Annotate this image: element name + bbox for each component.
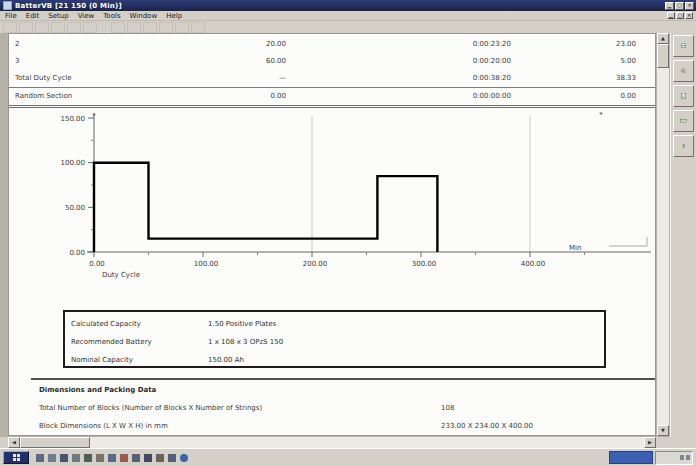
quicklaunch-icon[interactable] bbox=[155, 452, 165, 463]
text-t-icon[interactable]: T bbox=[191, 22, 205, 33]
windows-flag-icon bbox=[13, 454, 20, 461]
quicklaunch-icon[interactable] bbox=[95, 452, 105, 463]
mdi-close-icon[interactable]: ✕ bbox=[685, 12, 693, 19]
window-title: BatterVB [21 150 (0 Min)] bbox=[15, 2, 122, 10]
window-controls: ▁ ▢ ✕ bbox=[665, 2, 696, 10]
mdi-window-controls: ▁ ▢ ✕ bbox=[667, 12, 696, 19]
duration-value: 0:00:23:20 bbox=[286, 36, 511, 53]
dimension-label: Block Dimensions (L X W X H) in mm bbox=[39, 422, 441, 430]
quicklaunch-icon[interactable] bbox=[131, 452, 141, 463]
start-button[interactable] bbox=[3, 451, 29, 464]
section-divider bbox=[31, 378, 655, 380]
copy-icon[interactable] bbox=[83, 22, 97, 33]
print-icon[interactable] bbox=[51, 22, 65, 33]
quicklaunch-icon[interactable] bbox=[179, 452, 189, 463]
system-tray[interactable] bbox=[655, 451, 693, 465]
quicklaunch-icon[interactable] bbox=[143, 452, 153, 463]
dimension-value: 233.00 X 234.00 X 400.00 bbox=[441, 422, 651, 430]
table-icon[interactable] bbox=[143, 22, 157, 33]
load-value: 0.00 bbox=[165, 88, 286, 105]
period-label: 3 bbox=[9, 53, 165, 70]
quicklaunch-icon[interactable] bbox=[59, 452, 69, 463]
menu-item[interactable]: Setup bbox=[48, 12, 68, 20]
result-value: 150.00 Ah bbox=[208, 351, 604, 369]
quicklaunch-icon[interactable] bbox=[83, 452, 93, 463]
quicklaunch-icon[interactable] bbox=[71, 452, 81, 463]
workarea: 2 20.00 0:00:23:20 23.00 3 60.00 0:00:20… bbox=[0, 33, 696, 437]
menu-item[interactable]: Window bbox=[130, 12, 158, 20]
chart-icon[interactable] bbox=[127, 22, 141, 33]
vertical-scrollbar-thumb[interactable] bbox=[657, 44, 669, 68]
new-icon[interactable] bbox=[3, 22, 17, 33]
menu-item[interactable]: Help bbox=[166, 12, 182, 20]
magnifier-icon[interactable] bbox=[673, 60, 694, 82]
horizontal-scrollbar-thumb[interactable] bbox=[20, 437, 90, 448]
scroll-down-icon[interactable]: ▼ bbox=[657, 425, 669, 436]
mdi-restore-icon[interactable]: ▢ bbox=[676, 12, 684, 19]
quicklaunch-icon[interactable] bbox=[119, 452, 129, 463]
menu-item[interactable]: File bbox=[5, 12, 17, 20]
svg-text:400.00: 400.00 bbox=[521, 260, 546, 268]
table-row: 3 60.00 0:00:20:00 5.00 bbox=[9, 53, 655, 70]
minutes-value: 0.00 bbox=[511, 88, 636, 105]
load-value: 20.00 bbox=[165, 36, 286, 53]
minimize-icon[interactable]: ▁ bbox=[665, 2, 674, 10]
app-icon bbox=[3, 1, 12, 10]
tray-icon[interactable] bbox=[680, 455, 684, 460]
dimension-value: 108 bbox=[441, 404, 651, 412]
duration-value: 0:00:38:20 bbox=[286, 70, 511, 87]
svg-text:?: ? bbox=[682, 144, 685, 149]
svg-text:100.00: 100.00 bbox=[194, 260, 219, 268]
zoom-icon[interactable] bbox=[111, 22, 125, 33]
period-label: Random Section bbox=[9, 88, 165, 105]
horizontal-scrollbar[interactable]: ◀ ▶ bbox=[8, 437, 656, 448]
duty-cycle-chart: 0.0050.00100.00150.000.00100.00200.00300… bbox=[9, 108, 657, 320]
desktop: BatterVB [21 150 (0 Min)] ▁ ▢ ✕ File Edi… bbox=[0, 0, 696, 466]
result-value: 1.50 Positive Plates bbox=[208, 315, 604, 333]
preview-icon[interactable] bbox=[67, 22, 81, 33]
result-label: Nominal Capacity bbox=[71, 351, 208, 369]
section-title: Dimensions and Packing Data bbox=[39, 386, 156, 394]
result-label: Recommended Battery bbox=[71, 333, 208, 351]
scroll-up-icon[interactable]: ▲ bbox=[657, 33, 669, 44]
mdi-minimize-icon[interactable]: ▁ bbox=[667, 12, 675, 19]
quick-launch bbox=[35, 452, 189, 463]
scroll-left-icon[interactable]: ◀ bbox=[8, 437, 20, 448]
load-value: — bbox=[165, 70, 286, 87]
quicklaunch-icon[interactable] bbox=[107, 452, 117, 463]
quicklaunch-icon[interactable] bbox=[47, 452, 57, 463]
maximize-icon[interactable]: ▢ bbox=[675, 2, 684, 10]
result-row: Calculated Capacity 1.50 Positive Plates bbox=[65, 315, 604, 333]
mail-icon[interactable] bbox=[673, 110, 694, 132]
result-label: Calculated Capacity bbox=[71, 315, 208, 333]
duty-cycle-table: 2 20.00 0:00:23:20 23.00 3 60.00 0:00:20… bbox=[9, 36, 655, 108]
menu-item[interactable]: View bbox=[78, 12, 95, 20]
pointer-icon[interactable] bbox=[159, 22, 173, 33]
svg-text:100.00: 100.00 bbox=[61, 159, 86, 167]
svg-text:*: * bbox=[599, 111, 603, 119]
svg-text:*: * bbox=[92, 112, 96, 120]
open-icon[interactable] bbox=[19, 22, 33, 33]
quicklaunch-icon[interactable] bbox=[167, 452, 177, 463]
scroll-right-icon[interactable]: ▶ bbox=[644, 437, 656, 448]
svg-text:150.00: 150.00 bbox=[61, 115, 86, 123]
tray-icon[interactable] bbox=[686, 455, 690, 460]
svg-text:0.00: 0.00 bbox=[69, 249, 85, 257]
result-row: Nominal Capacity 150.00 Ah bbox=[65, 351, 604, 369]
dimension-label: Total Number of Blocks (Number of Blocks… bbox=[39, 404, 441, 412]
period-label: Total Duty Cycle bbox=[9, 70, 165, 87]
close-icon[interactable]: ✕ bbox=[685, 2, 694, 10]
table-row-total: Total Duty Cycle — 0:00:38:20 38.33 bbox=[9, 70, 655, 88]
help-icon[interactable]: ? bbox=[673, 135, 694, 157]
taskbar bbox=[0, 448, 696, 466]
quicklaunch-icon[interactable] bbox=[35, 452, 45, 463]
menu-item[interactable]: Tools bbox=[103, 12, 120, 20]
menubar: File Edit Setup View Tools Window Help ▁… bbox=[0, 11, 696, 21]
export-icon[interactable] bbox=[673, 85, 694, 107]
save-icon[interactable] bbox=[35, 22, 49, 33]
text-a-icon[interactable]: A bbox=[175, 22, 189, 33]
printer-icon[interactable] bbox=[673, 35, 694, 57]
active-task-button[interactable] bbox=[609, 451, 653, 464]
menu-item[interactable]: Edit bbox=[26, 12, 40, 20]
vertical-scrollbar[interactable]: ▲ ▼ bbox=[657, 33, 669, 436]
